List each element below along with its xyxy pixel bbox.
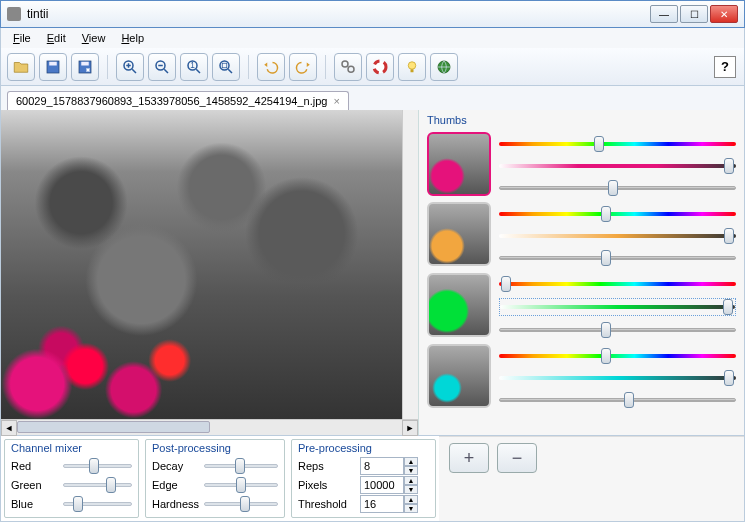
thumb-orange[interactable] [427,202,491,266]
thumb-row [427,202,736,266]
scroll-left-arrow[interactable]: ◄ [1,420,17,436]
globe-button[interactable] [430,53,458,81]
reps-label: Reps [298,460,354,472]
thumb-row [427,344,736,408]
lifebuoy-button[interactable] [366,53,394,81]
threshold-spin-up[interactable]: ▲ [404,495,418,504]
red-slider[interactable] [63,459,132,473]
thumbs-panel-title: Thumbs [419,110,744,128]
edge-label: Edge [152,479,198,491]
svg-line-4 [132,69,136,73]
zoom-fit-button[interactable]: 1 [180,53,208,81]
svg-text:1: 1 [190,60,195,69]
edge-slider[interactable] [204,478,278,492]
minimize-button[interactable]: — [650,5,678,23]
channel-mixer-title: Channel mixer [11,442,132,454]
svg-point-19 [408,61,416,69]
menu-file[interactable]: File [5,30,39,46]
menu-edit[interactable]: Edit [39,30,74,46]
pixels-spin-down[interactable]: ▼ [404,485,418,494]
context-help-button[interactable]: ? [714,56,736,78]
reps-input[interactable] [360,457,404,475]
menu-bar: File Edit View Help [0,28,745,48]
reps-spin-down[interactable]: ▼ [404,466,418,475]
horizontal-scrollbar[interactable]: ◄ ► [1,419,418,435]
green-label: Green [11,479,57,491]
document-tab[interactable]: 60029_1578837960893_1533978056_1458592_4… [7,91,349,110]
maximize-button[interactable]: ☐ [680,5,708,23]
tab-filename: 60029_1578837960893_1533978056_1458592_4… [16,95,327,107]
pixels-label: Pixels [298,479,354,491]
thumb-cyan[interactable] [427,344,491,408]
saturation-slider[interactable] [499,370,736,386]
document-tabstrip: 60029_1578837960893_1533978056_1458592_4… [0,86,745,110]
redo-button[interactable] [289,53,317,81]
saturation-slider[interactable] [499,228,736,244]
thumb-row [427,132,736,196]
hue-slider[interactable] [499,206,736,222]
hue-slider[interactable] [499,348,736,364]
thumb-green[interactable] [427,273,491,337]
bottom-right-pane: + − [439,436,744,521]
blue-slider[interactable] [63,497,132,511]
remove-thumb-button[interactable]: − [497,443,537,473]
hardness-label: Hardness [152,498,198,510]
save-button[interactable] [39,53,67,81]
undo-button[interactable] [257,53,285,81]
red-label: Red [11,460,57,472]
toolbar: 1 ? [0,48,745,86]
saturation-slider[interactable] [499,298,736,316]
open-button[interactable] [7,53,35,81]
blue-label: Blue [11,498,57,510]
zoom-in-button[interactable] [116,53,144,81]
pre-processing-title: Pre-processing [298,442,429,454]
lightness-slider[interactable] [499,392,736,408]
zoom-100-button[interactable] [212,53,240,81]
svg-point-13 [220,61,229,70]
thumb-pink[interactable] [427,132,491,196]
lightness-slider[interactable] [499,180,736,196]
threshold-spin-down[interactable]: ▼ [404,504,418,513]
pre-processing-group: Pre-processing Reps▲▼ Pixels▲▼ Threshold… [291,439,436,518]
svg-rect-20 [411,69,414,72]
hardness-slider[interactable] [204,497,278,511]
zoom-out-button[interactable] [148,53,176,81]
svg-line-12 [196,69,200,73]
pixels-input[interactable] [360,476,404,494]
post-processing-title: Post-processing [152,442,278,454]
channel-mixer-group: Channel mixer Red Green Blue [4,439,139,518]
threshold-label: Threshold [298,498,354,510]
add-thumb-button[interactable]: + [449,443,489,473]
idea-button[interactable] [398,53,426,81]
hue-slider[interactable] [499,136,736,152]
menu-help[interactable]: Help [113,30,152,46]
pixels-spin-up[interactable]: ▲ [404,476,418,485]
green-slider[interactable] [63,478,132,492]
hue-slider[interactable] [499,276,736,292]
lightness-slider[interactable] [499,322,736,338]
lightness-slider[interactable] [499,250,736,266]
saturation-slider[interactable] [499,158,736,174]
close-button[interactable]: ✕ [710,5,738,23]
scroll-right-arrow[interactable]: ► [402,420,418,436]
svg-line-15 [228,69,232,73]
post-processing-group: Post-processing Decay Edge Hardness [145,439,285,518]
svg-point-18 [374,61,386,73]
scroll-thumb[interactable] [17,421,210,433]
thumbs-list [419,128,744,435]
reps-spin-up[interactable]: ▲ [404,457,418,466]
window-titlebar: tintii — ☐ ✕ [0,0,745,28]
saveas-button[interactable] [71,53,99,81]
vertical-scrollbar[interactable] [402,110,418,419]
app-icon [7,7,21,21]
svg-line-8 [164,69,168,73]
threshold-input[interactable] [360,495,404,513]
decay-slider[interactable] [204,459,278,473]
svg-rect-14 [222,63,227,68]
settings-button[interactable] [334,53,362,81]
image-canvas[interactable] [1,110,402,419]
tab-close-icon[interactable]: × [333,95,339,107]
menu-view[interactable]: View [74,30,114,46]
svg-point-17 [348,66,354,72]
thumb-row [427,272,736,338]
